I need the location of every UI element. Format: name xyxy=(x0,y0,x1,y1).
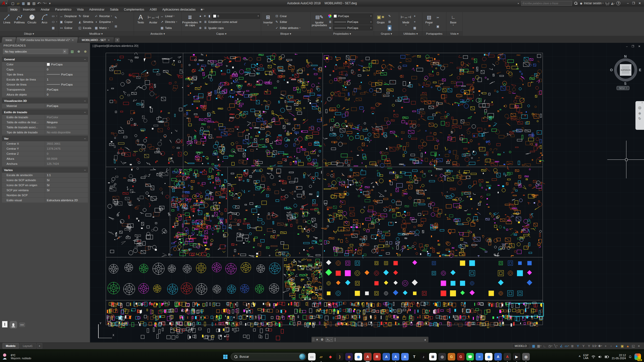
property-row[interactable]: SCP por ventana Sí xyxy=(2,188,88,193)
section-header[interactable]: Visualización 3D − xyxy=(2,98,88,103)
property-row[interactable]: Tipo de línea PorCapa xyxy=(2,72,88,77)
hatch-tool-button[interactable]: ▦ xyxy=(51,25,57,31)
property-row[interactable]: Icono de SCP activado Sí xyxy=(2,178,88,183)
panel-title-anotacion[interactable]: Anotación ▾ xyxy=(134,31,181,36)
autodesk-app-icon[interactable]: ◭▾ xyxy=(611,2,615,5)
status-toggle-button[interactable]: ✱ ▾ xyxy=(597,343,603,348)
taskbar-app-icon[interactable]: ) xyxy=(336,353,344,360)
selection-dropdown[interactable]: No hay selección ▾ xyxy=(3,49,68,54)
ellipse-tool-button[interactable]: ⬭▾ xyxy=(51,19,57,25)
more-options-button[interactable]: ••• xyxy=(19,323,25,327)
navbar-close-icon[interactable]: ✕ xyxy=(641,102,643,104)
close-icon[interactable]: ✕ xyxy=(72,39,74,42)
property-row[interactable]: Estilo visual Estructura alámbrica 2D xyxy=(2,198,88,203)
taskbar-app-icon[interactable]: A xyxy=(364,353,371,360)
collapse-icon[interactable]: − xyxy=(84,169,86,172)
rotate-button[interactable]: ↻Girar xyxy=(78,13,93,19)
collapse-icon[interactable]: − xyxy=(84,58,86,61)
ribbon-tab[interactable]: Inicio xyxy=(8,7,20,12)
lineweight-select[interactable]: PorCapa▾ xyxy=(333,19,373,24)
viewport-restore-button[interactable]: ❐ xyxy=(632,45,634,48)
battery-icon[interactable] xyxy=(605,355,609,358)
property-row[interactable]: Altura de objeto 0 xyxy=(2,92,88,97)
layout1-tab[interactable]: Layout1 xyxy=(20,343,36,349)
move-button[interactable]: ↔Desplazar xyxy=(59,13,77,19)
erase-button[interactable]: ✎ xyxy=(114,15,118,20)
quick-access-button[interactable]: ▾ ▾ xyxy=(47,1,52,6)
dimension-button[interactable]: ⊢↔⊣ Acotar xyxy=(147,13,159,31)
property-row[interactable]: Tipo de tabla de trazado No está disponi… xyxy=(2,130,88,135)
command-history-icon[interactable]: ▲ xyxy=(424,338,426,341)
ribbon-tab[interactable]: Complementos xyxy=(121,7,147,12)
section-header[interactable]: Varios − xyxy=(2,168,88,173)
status-toggle-button[interactable]: ≣ ▾ xyxy=(570,343,575,348)
viewport-minimize-button[interactable]: – xyxy=(626,45,628,48)
status-toggle-button[interactable]: Υ ▾ xyxy=(575,343,581,348)
layer-thaw-icon[interactable]: ☀ xyxy=(203,14,207,18)
collapse-icon[interactable]: − xyxy=(84,111,86,114)
steering-wheel-icon[interactable]: ◎ xyxy=(638,105,641,110)
search-icon[interactable] xyxy=(574,2,578,5)
fillet-button[interactable]: ◗Empalme▾ xyxy=(94,19,113,25)
select-objects-icon[interactable]: ⊕ xyxy=(76,49,81,54)
panel-title-capas[interactable]: Capas ▾ xyxy=(182,31,261,36)
status-toggle-button[interactable]: ∟ ▾ xyxy=(542,343,547,348)
point-button[interactable]: + xyxy=(413,19,417,25)
property-row[interactable]: Escala de anotación 1:1 xyxy=(2,173,88,178)
media-browser-icon[interactable]: ◙ ▾ xyxy=(201,7,204,12)
section-header[interactable]: Ver − xyxy=(2,136,88,141)
document-tab[interactable]: TOP-media luna los Muermos-Model v1* ✕ xyxy=(16,37,78,43)
microphone-button[interactable] xyxy=(10,321,17,329)
set-current-layer-button[interactable]: ≋ ≣ Establecer como actual xyxy=(198,19,260,25)
ribbon-tab[interactable]: Administrar xyxy=(86,7,107,12)
infocenter-search-input[interactable] xyxy=(521,1,572,6)
linear-dim-button[interactable]: ↔Lineal▾ xyxy=(160,13,177,19)
panel-title-utilidades[interactable]: Utilidades ▾ xyxy=(399,31,422,36)
property-row[interactable]: Tabla de estilos de traz... Ninguno xyxy=(2,120,88,125)
taskbar-app-icon[interactable]: A xyxy=(504,353,511,360)
scale-button[interactable]: ◱Escala xyxy=(78,25,93,31)
taskbar-app-icon[interactable]: G xyxy=(457,353,465,360)
taskbar-app-icon[interactable]: ▭ xyxy=(308,353,316,360)
signin-button[interactable]: ☻ Iniciar sesión ▾ xyxy=(580,2,603,5)
viewcube-top-face[interactable]: SUPERIOR xyxy=(620,64,631,76)
viewcube-north[interactable]: N xyxy=(624,54,627,58)
property-row[interactable]: Centrar Z 0 xyxy=(2,151,88,156)
edit-attributes-button[interactable]: ✓Editar atributos▾ xyxy=(275,25,300,31)
navigation-bar[interactable]: ✕ ◎ ⊕ ↻ xyxy=(635,101,644,130)
section-header[interactable]: Estilo de trazado − xyxy=(2,110,88,115)
quick-access-button[interactable]: ▢ ▾ xyxy=(10,1,15,6)
property-row[interactable]: Nombre de SCP xyxy=(2,193,88,198)
status-toggle-button[interactable]: ● ▾ xyxy=(614,343,619,348)
property-row[interactable]: Color PorCapa xyxy=(2,62,88,67)
model-tab[interactable]: Modelo xyxy=(3,343,19,349)
ribbon-tab[interactable]: Vista xyxy=(74,7,86,12)
trim-button[interactable]: -∕-Recortar▾ xyxy=(94,13,113,19)
group-button[interactable]: ▣✶ Grupo xyxy=(375,13,387,31)
quick-access-button[interactable]: ↶ ▾ xyxy=(37,1,42,6)
taskbar-app-icon[interactable]: ⊠ xyxy=(429,353,437,360)
toggle-pickadd-icon[interactable]: ▧ xyxy=(70,49,75,54)
quick-access-button[interactable]: ▦ ▾ xyxy=(21,1,26,6)
status-toggle-button[interactable]: ◷ ▾ xyxy=(548,343,553,348)
property-row[interactable]: Escala de tipo de línea 1 xyxy=(2,77,88,82)
viewport-controls-label[interactable]: [-][Superior][Estructura alámbrica 2D] xyxy=(93,44,138,47)
edit-block-button[interactable]: ✎Editar xyxy=(275,19,300,25)
table-button[interactable]: ▦Tabla xyxy=(160,25,177,31)
ribbon-tab[interactable]: A360 xyxy=(147,7,160,12)
arc-button[interactable]: Arco xyxy=(39,13,50,31)
status-toggle-button[interactable]: ▦ ▾ xyxy=(531,343,536,348)
taskbar-app-icon[interactable]: T xyxy=(410,353,418,360)
taskbar-app-icon[interactable]: G xyxy=(448,353,455,360)
command-settings-icon[interactable]: ⚙ xyxy=(320,338,325,341)
status-toggle-button[interactable]: ∠ ▾ xyxy=(559,343,564,348)
property-row[interactable]: Tabla de trazado asoci... Modelo xyxy=(2,125,88,130)
viewcube-west[interactable]: O xyxy=(610,68,613,72)
status-toggle-button[interactable]: ▦ ▾ xyxy=(537,343,542,348)
language-indicator[interactable]: ESPLAA xyxy=(583,354,589,359)
taskbar-app-icon[interactable]: ☎ xyxy=(466,353,474,360)
object-color-select[interactable]: PorCapa▾ xyxy=(332,14,373,19)
taskbar-app-icon[interactable]: A xyxy=(401,353,409,360)
start-button[interactable] xyxy=(221,353,229,360)
taskbar-app-icon[interactable]: ♪ xyxy=(420,353,427,360)
